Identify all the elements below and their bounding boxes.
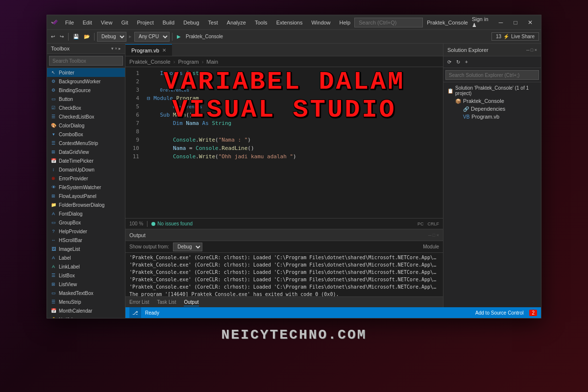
masked-icon: ▭ xyxy=(50,290,57,296)
code-line-2 xyxy=(147,77,439,86)
menu-debug[interactable]: Debug xyxy=(179,19,203,26)
search-input[interactable] xyxy=(354,18,423,27)
toolbox-item-label: ContextMenuStrip xyxy=(59,141,98,146)
toolbox-item-listbox[interactable]: ☰ ListBox xyxy=(47,271,125,280)
code-line-1: Imports System xyxy=(147,69,439,77)
close-button[interactable]: ✕ xyxy=(523,18,537,27)
undo-button[interactable]: ↩ xyxy=(49,33,57,40)
toolbox-item-label: MaskedTextBox xyxy=(59,291,94,296)
menu-window[interactable]: Window xyxy=(307,19,334,26)
se-item-solution-label: Solution 'Praktek_Console' (1 of 1 proje… xyxy=(455,85,537,96)
toolbox-item-pointer[interactable]: ↖ Pointer xyxy=(47,68,125,77)
toolbox-item-color[interactable]: 🎨 ColorDialog xyxy=(47,121,125,130)
toolbox-item-monthcal[interactable]: 📅 MonthCalendar xyxy=(47,306,125,315)
tab-close-button[interactable]: ✕ xyxy=(162,48,166,53)
toolbox-item-datetime[interactable]: 📅 DateTimePicker xyxy=(47,156,125,165)
toolbox-item-label[interactable]: A Label xyxy=(47,253,125,262)
output-content: 'Praktek_Console.exe' (CoreCLR: clrhost)… xyxy=(125,253,443,296)
open-button[interactable]: 📂 xyxy=(82,33,92,40)
toolbox-item-domain[interactable]: ↕ DomainUpDown xyxy=(47,165,125,174)
status-source-control[interactable]: Add to Source Control xyxy=(475,310,523,316)
user-label: Praktek_Console xyxy=(427,20,468,25)
se-new-button[interactable]: + xyxy=(463,58,470,66)
toolbox-item-contextmenu[interactable]: ☰ ContextMenuStrip xyxy=(47,139,125,147)
toolbox-item-group[interactable]: ▭ GroupBox xyxy=(47,218,125,227)
toolbox-item-combo[interactable]: ▾ ComboBox xyxy=(47,130,125,139)
fsw-icon: 👁 xyxy=(50,184,57,191)
toolbox-item-binding[interactable]: ⚙ BindingSource xyxy=(47,86,125,95)
zoom-level[interactable]: 100 % xyxy=(129,221,143,226)
toolbox-item-linklabel[interactable]: A LinkLabel xyxy=(47,262,125,271)
toolbox-item-font[interactable]: A FontDialog xyxy=(47,209,125,218)
output-toolbar: Show output from: Debug Module xyxy=(125,241,443,253)
menu-file[interactable]: File xyxy=(61,19,78,26)
minimize-button[interactable]: ─ xyxy=(494,18,508,27)
breadcrumb-class: Program xyxy=(178,59,198,65)
se-item-solution[interactable]: 📋 Solution 'Praktek_Console' (1 of 1 pro… xyxy=(443,84,541,97)
menu-test[interactable]: Test xyxy=(204,19,222,26)
cpu-dropdown[interactable]: Any CPU xyxy=(134,32,170,42)
menu-project[interactable]: Project xyxy=(133,19,157,26)
menu-extensions[interactable]: Extensions xyxy=(272,19,307,26)
menu-analyze[interactable]: Analyze xyxy=(223,19,250,26)
tab-tasklist[interactable]: Task List xyxy=(157,298,176,306)
menu-build[interactable]: Build xyxy=(159,19,178,26)
toolbox-item-notify[interactable]: 🔔 NotifyIcon xyxy=(47,315,125,318)
toolbox-item-masked[interactable]: ▭ MaskedTextBox xyxy=(47,289,125,297)
code-editor[interactable]: 1 2 3 4 5 6 7 8 9 10 11 xyxy=(125,67,443,218)
no-issues-text: No issues found xyxy=(157,221,193,226)
tab-program-vb[interactable]: Program.vb ✕ xyxy=(125,44,172,56)
status-right: Add to Source Control 2 xyxy=(475,310,537,316)
se-refresh-button[interactable]: ↻ xyxy=(454,58,462,66)
se-item-deps[interactable]: 🔗 Dependencies xyxy=(443,105,541,113)
tab-output[interactable]: Output xyxy=(184,298,198,306)
toolbox-item-datagrid[interactable]: ⊞ DataGridView xyxy=(47,147,125,156)
menu-view[interactable]: View xyxy=(97,19,117,26)
se-search-input[interactable] xyxy=(445,70,539,80)
output-source-dropdown[interactable]: Debug xyxy=(173,243,202,251)
debug-mode-dropdown[interactable]: Debug xyxy=(97,32,126,42)
toolbox-item-fsw[interactable]: 👁 FileSystemWatcher xyxy=(47,183,125,192)
toolbox-item-help[interactable]: ? HelpProvider xyxy=(47,227,125,236)
line-num-4: 4 xyxy=(125,94,139,102)
output-line-1: 'Praktek_Console.exe' (CoreCLR: clrhost)… xyxy=(129,255,439,262)
toolbox-item-hscroll[interactable]: ↔ HScrollBar xyxy=(47,236,125,245)
line-num-3: 3 xyxy=(125,86,139,94)
toolbox-item-label: FontDialog xyxy=(59,211,82,217)
tab-errorlist[interactable]: Error List xyxy=(129,298,149,306)
menu-edit[interactable]: Edit xyxy=(79,19,96,26)
se-item-program[interactable]: VB Program.vb xyxy=(443,113,541,121)
toolbox-item-bg[interactable]: ⚙ BackgroundWorker xyxy=(47,77,125,86)
checkbox-icon: ☑ xyxy=(50,104,57,111)
toolbox-header: Toolbox ▾ × ▸ xyxy=(47,44,125,54)
live-share-count: 13 xyxy=(496,34,501,39)
run-button[interactable]: ▶ xyxy=(175,33,183,40)
toolbox-item-error[interactable]: ⊗ ErrorProvider xyxy=(47,174,125,183)
save-button[interactable]: 💾 xyxy=(71,33,81,40)
vs-logo-icon xyxy=(51,18,58,27)
toolbox-search-input[interactable] xyxy=(49,56,123,66)
live-share-button[interactable]: 13 ⚡ Live Share xyxy=(491,32,539,41)
toolbox-item-button[interactable]: ▭ Button xyxy=(47,95,125,103)
toolbox-item-checkbox[interactable]: ☑ CheckBox xyxy=(47,103,125,112)
toolbox-item-listview[interactable]: ⊞ ListView xyxy=(47,280,125,289)
crlf-label: CRLF xyxy=(427,221,439,226)
menu-help[interactable]: Help xyxy=(336,19,355,26)
se-item-project[interactable]: 📦 Praktek_Console xyxy=(443,97,541,105)
se-sync-button[interactable]: ⟳ xyxy=(445,58,453,66)
toolbox-item-flow[interactable]: ⊞ FlowLayoutPanel xyxy=(47,192,125,200)
vb-file-icon: VB xyxy=(463,114,469,120)
toolbox-item-label: ColorDialog xyxy=(59,123,84,128)
menu-git[interactable]: Git xyxy=(117,19,132,26)
maximize-button[interactable]: □ xyxy=(509,18,522,27)
toolbox-item-checkedlist[interactable]: ☰ CheckedListBox xyxy=(47,112,125,121)
redo-button[interactable]: ↪ xyxy=(58,33,66,40)
toolbox-item-menustrip[interactable]: ☰ MenuStrip xyxy=(47,297,125,306)
toolbox-item-label: MenuStrip xyxy=(59,299,81,305)
toolbox-item-folder[interactable]: 📁 FolderBrowserDialog xyxy=(47,200,125,209)
sign-in-link[interactable]: Sign in ♟ xyxy=(472,16,491,28)
breadcrumb-method: Main xyxy=(206,59,218,65)
toolbox-item-imagelist[interactable]: 🖼 ImageList xyxy=(47,245,125,253)
output-source-label: Show output from: xyxy=(129,244,169,249)
menu-tools[interactable]: Tools xyxy=(251,19,271,26)
